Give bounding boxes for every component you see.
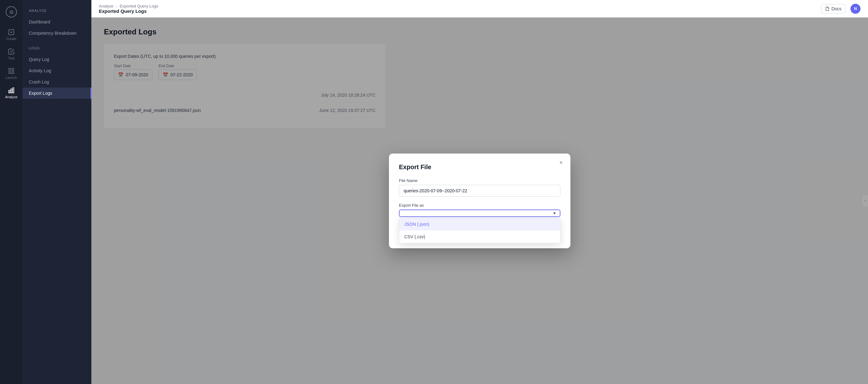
- topbar: Analyze › Exported Query Logs Exported Q…: [91, 0, 868, 18]
- format-dropdown: JSON (.json) CSV (.csv): [399, 218, 560, 243]
- svg-rect-1: [9, 68, 11, 70]
- section-analyze-label: ANALYZE: [23, 6, 91, 15]
- topbar-right: Docs N: [821, 4, 861, 14]
- logo-area[interactable]: ⊙: [4, 5, 18, 19]
- create-label: Create: [6, 37, 16, 41]
- sidebar-item-dashboard[interactable]: Dashboard: [23, 16, 91, 28]
- icon-sidebar: ⊙ Create Test Launch Analyze: [0, 0, 23, 384]
- svg-rect-2: [12, 68, 14, 70]
- file-name-group: File Name: [399, 178, 560, 197]
- format-option-csv[interactable]: CSV (.csv): [399, 230, 560, 243]
- file-name-label: File Name: [399, 178, 560, 183]
- section-logs-label: LOGS: [23, 44, 91, 53]
- breadcrumb: Analyze › Exported Query Logs: [99, 4, 158, 8]
- format-select[interactable]: [399, 210, 560, 217]
- create-icon: [8, 29, 15, 36]
- docs-label: Docs: [831, 6, 841, 11]
- svg-rect-3: [9, 72, 11, 73]
- sidebar-item-query-log[interactable]: Query Log: [23, 54, 91, 65]
- svg-rect-6: [11, 89, 12, 93]
- user-initial: N: [854, 6, 857, 11]
- analyze-icon: [8, 87, 15, 94]
- breadcrumb-arrow: ›: [116, 4, 117, 8]
- main-content: Analyze › Exported Query Logs Exported Q…: [91, 0, 868, 384]
- sidebar-item-competency-breakdown[interactable]: Competency Breakdown: [23, 28, 91, 39]
- test-label: Test: [8, 56, 14, 60]
- nav-item-test[interactable]: Test: [2, 46, 21, 63]
- breadcrumb-parent[interactable]: Analyze: [99, 4, 113, 8]
- svg-rect-7: [13, 88, 14, 93]
- launch-label: Launch: [6, 76, 17, 79]
- analyze-label: Analyze: [5, 95, 17, 99]
- test-icon: [8, 48, 15, 55]
- nav-item-analyze[interactable]: Analyze: [2, 85, 21, 101]
- secondary-sidebar: ANALYZE Dashboard Competency Breakdown L…: [23, 0, 91, 384]
- user-avatar[interactable]: N: [850, 4, 861, 14]
- breadcrumb-wrapper: Analyze › Exported Query Logs Exported Q…: [99, 4, 158, 14]
- breadcrumb-child: Exported Query Logs: [120, 4, 158, 8]
- format-option-json[interactable]: JSON (.json): [399, 218, 560, 230]
- sidebar-item-export-logs[interactable]: Export Logs: [23, 88, 91, 99]
- page-body: Exported Logs Export Dates (UTC, up to 1…: [91, 18, 868, 384]
- launch-icon: [8, 68, 15, 74]
- docs-button[interactable]: Docs: [821, 4, 845, 13]
- nav-item-launch[interactable]: Launch: [2, 65, 21, 82]
- sidebar-item-crash-log[interactable]: Crash Log: [23, 76, 91, 88]
- logo-symbol: ⊙: [9, 9, 13, 15]
- svg-rect-4: [12, 72, 14, 73]
- modal-close-button[interactable]: ×: [557, 159, 565, 167]
- export-format-group: Export File as ▼ JSON (.json) CSV (.csv): [399, 203, 560, 217]
- modal-title: Export File: [399, 164, 560, 171]
- app-logo: ⊙: [6, 6, 17, 18]
- docs-icon: [825, 6, 830, 11]
- sidebar-item-activity-log[interactable]: Activity Log: [23, 65, 91, 76]
- file-name-input[interactable]: [399, 185, 560, 197]
- export-modal: × Export File File Name Export File as ▼: [389, 154, 570, 248]
- svg-rect-5: [9, 90, 10, 93]
- page-heading: Exported Query Logs: [99, 8, 158, 14]
- nav-item-create[interactable]: Create: [2, 26, 21, 43]
- modal-overlay[interactable]: × Export File File Name Export File as ▼: [91, 18, 868, 384]
- format-select-wrapper: ▼ JSON (.json) CSV (.csv): [399, 210, 560, 217]
- export-as-label: Export File as: [399, 203, 560, 207]
